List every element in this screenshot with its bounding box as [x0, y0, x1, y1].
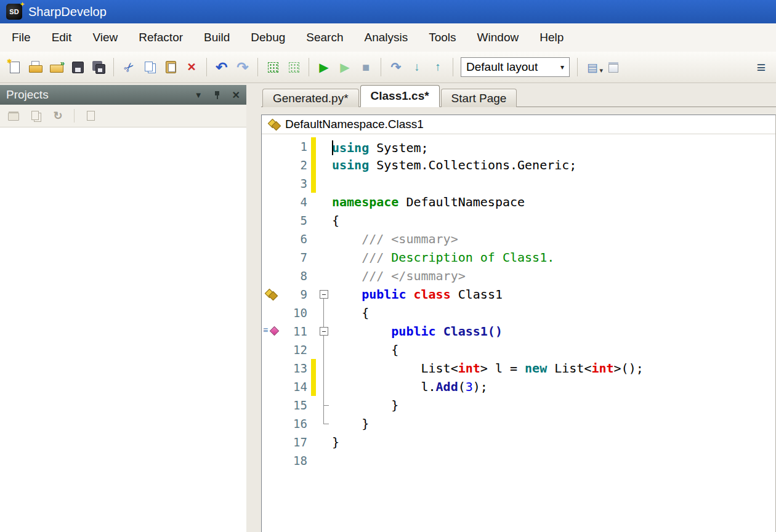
toolbar-separator	[309, 58, 309, 76]
toolbar: Default layout▾	[0, 52, 776, 83]
undo-button[interactable]	[212, 57, 232, 77]
redo-button[interactable]	[233, 57, 253, 77]
copy-button[interactable]	[140, 57, 160, 77]
menubar: FileEditViewRefactorBuildDebugSearchAnal…	[0, 23, 776, 52]
file-button[interactable]	[82, 107, 99, 124]
gutter-icon-margin	[262, 248, 283, 267]
refresh-button[interactable]	[49, 107, 67, 124]
menu-item-window[interactable]: Window	[467, 23, 530, 52]
app-logo-icon: SD	[6, 4, 22, 20]
fold-marker	[316, 433, 332, 451]
tab-label: Class1.cs*	[371, 89, 429, 103]
tab-startpage[interactable]: Start Page	[441, 89, 517, 107]
stop-button[interactable]	[356, 57, 376, 77]
app-window: SD SharpDevelop FileEditViewRefactorBuil…	[0, 0, 776, 532]
line-number: 15	[283, 396, 311, 414]
run-without-debugger-button[interactable]	[335, 57, 355, 77]
run-button[interactable]	[314, 57, 334, 77]
paste-button[interactable]	[161, 57, 180, 77]
menu-item-tools[interactable]: Tools	[418, 23, 466, 52]
panel-menu-chevron-down-icon[interactable]: ▼	[195, 91, 203, 100]
change-marker	[311, 322, 316, 341]
code-token: DefaultNamespace	[398, 195, 525, 209]
layout-combobox[interactable]: Default layout▾	[461, 57, 570, 77]
menu-item-build[interactable]: Build	[193, 23, 240, 52]
window-list-button[interactable]	[583, 57, 602, 77]
code-token: List<	[332, 361, 458, 376]
menu-item-refactor[interactable]: Refactor	[128, 23, 193, 52]
panel-splitter[interactable]	[246, 83, 261, 532]
code-token: }	[332, 435, 339, 449]
change-marker	[311, 211, 316, 230]
cut-button[interactable]	[119, 57, 139, 77]
fold-marker[interactable]	[316, 322, 332, 341]
menu-item-help[interactable]: Help	[529, 23, 574, 52]
comment-region-button[interactable]	[263, 57, 283, 77]
code-token: class	[413, 287, 450, 302]
code-token: Description of Class1.	[391, 250, 554, 265]
editor-line: 12 {	[262, 341, 775, 359]
menu-item-analysis[interactable]: Analysis	[354, 23, 418, 52]
code-token: int	[591, 361, 613, 376]
step-out-button[interactable]	[428, 57, 448, 77]
projects-panel-title: Projects	[6, 88, 184, 102]
gutter-icon-margin	[262, 341, 283, 359]
copy-button[interactable]	[27, 107, 44, 124]
change-marker	[311, 193, 316, 211]
uncomment-region-button[interactable]	[284, 57, 304, 77]
change-marker	[311, 137, 316, 156]
projects-panel-body[interactable]	[0, 127, 246, 532]
code-token: Class1()	[443, 324, 503, 339]
gutter-icon-margin	[262, 433, 283, 451]
main-area: Projects ▼ ✕ Generated.py*Class1.cs*Star…	[0, 83, 776, 532]
line-number: 8	[283, 267, 311, 285]
new-file-button[interactable]	[5, 57, 25, 77]
code-text: public Class1()	[332, 322, 775, 341]
panel-pin-icon[interactable]	[214, 90, 221, 100]
menu-item-edit[interactable]: Edit	[41, 23, 83, 52]
menu-item-view[interactable]: View	[82, 23, 128, 52]
code-text: /// Description of Class1.	[332, 248, 775, 267]
line-number: 1	[283, 137, 311, 156]
code-token: > l =	[480, 361, 525, 376]
step-into-button[interactable]	[407, 57, 427, 77]
open-file-button[interactable]	[26, 57, 46, 77]
gutter-icon-margin	[262, 396, 283, 414]
panel-close-icon[interactable]: ✕	[232, 89, 240, 101]
code-text: using System.Collections.Generic;	[332, 156, 775, 174]
fold-marker	[316, 267, 332, 285]
change-marker	[311, 451, 316, 470]
open-solution-button[interactable]	[47, 57, 67, 77]
tab-generatedpy[interactable]: Generated.py*	[262, 89, 359, 107]
method-icon	[262, 325, 281, 337]
tab-class1cs[interactable]: Class1.cs*	[360, 85, 440, 107]
code-text: List<int> l = new List<int>();	[332, 359, 775, 377]
new-window-button[interactable]	[604, 57, 623, 77]
save-all-button[interactable]	[89, 57, 108, 77]
code-editor[interactable]: 1using System;2using System.Collections.…	[262, 134, 775, 532]
code-text: }	[332, 396, 775, 414]
breadcrumb[interactable]: DefaultNamespace.Class1	[262, 115, 775, 134]
fold-marker	[316, 193, 332, 211]
chevron-down-icon[interactable]: ▾	[556, 63, 569, 71]
editor-line: 13 List<int> l = new List<int>();	[262, 359, 775, 377]
line-number: 16	[283, 414, 311, 433]
fold-marker[interactable]	[316, 285, 332, 304]
editor-line: 4namespace DefaultNamespace	[262, 193, 775, 211]
title-bar[interactable]: SD SharpDevelop	[0, 0, 776, 23]
code-token: /// </summary>	[332, 268, 466, 283]
editor-line: 6 /// <summary>	[262, 230, 775, 248]
format-indent-button[interactable]	[751, 57, 771, 77]
gutter-icon-margin	[262, 322, 283, 341]
open-folder-button[interactable]	[5, 107, 22, 124]
save-button[interactable]	[68, 57, 87, 77]
code-token: {	[332, 213, 339, 228]
gutter-icon-margin	[262, 304, 283, 322]
menu-item-file[interactable]: File	[1, 23, 41, 52]
menu-item-debug[interactable]: Debug	[240, 23, 296, 52]
step-over-button[interactable]	[386, 57, 406, 77]
delete-button[interactable]	[182, 57, 201, 77]
editor-line: 11 public Class1()	[262, 322, 775, 341]
menu-item-search[interactable]: Search	[296, 23, 354, 52]
code-text: {	[332, 304, 775, 322]
